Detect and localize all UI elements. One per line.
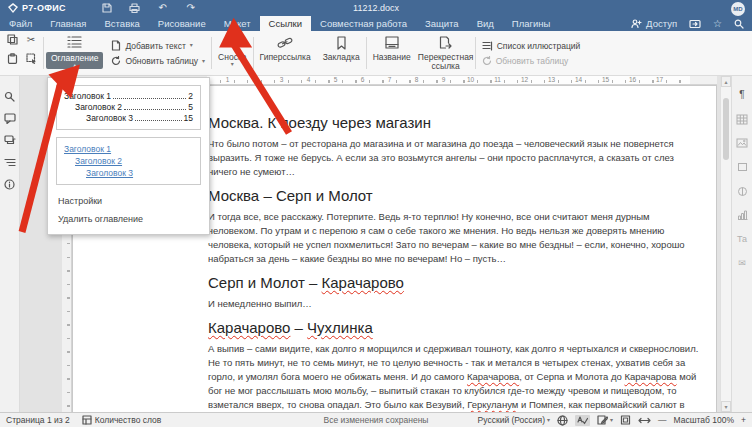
- shape-settings-button[interactable]: [735, 160, 750, 174]
- text-run: Карачарова: [624, 371, 676, 382]
- favorites-star-icon[interactable]: ☆: [713, 19, 722, 29]
- text-run: Карачарово: [322, 274, 404, 291]
- search-icon[interactable]: [734, 19, 744, 29]
- language-selector[interactable]: Русский (Россия) ▾: [478, 415, 550, 425]
- open-location-icon[interactable]: [689, 19, 701, 29]
- add-text-icon: [111, 40, 121, 51]
- ruler-number: 6: [349, 76, 376, 84]
- table-settings-button[interactable]: [735, 112, 750, 126]
- left-sidebar: [0, 76, 20, 412]
- zoom-out-button[interactable]: —: [658, 415, 667, 425]
- tab-file[interactable]: Файл: [0, 16, 41, 31]
- image-settings-button[interactable]: [735, 136, 750, 150]
- word-count-button[interactable]: Количество слов: [76, 415, 168, 425]
- zoom-in-button[interactable]: +: [741, 415, 746, 425]
- chart-settings-button[interactable]: [735, 208, 750, 222]
- toc-preview-page: 2: [188, 91, 193, 101]
- update-figures-table-button: Обновить таблицу: [482, 56, 581, 66]
- tab-plugins[interactable]: Плагины: [503, 16, 560, 31]
- toc-style-option-classic[interactable]: Заголовок 1 2 Заголовок 2 5 Заголовок 3 …: [56, 85, 201, 130]
- ruler-number: 15: [592, 76, 619, 84]
- vertical-scrollbar[interactable]: ▴ ▾: [720, 76, 731, 412]
- toc-preview-link: Заголовок 3: [86, 168, 133, 178]
- undo-button[interactable]: ↶: [156, 2, 170, 14]
- update-toc-button[interactable]: Обновить таблицу ▾: [111, 56, 205, 66]
- toc-remove-menu-item[interactable]: Удалить оглавление: [48, 210, 209, 228]
- image-icon: [736, 138, 748, 148]
- headerfooter-icon: [737, 186, 748, 197]
- scrollbar-thumb[interactable]: [723, 98, 729, 160]
- chevron-down-icon: ▾: [202, 59, 205, 64]
- track-changes-button[interactable]: ▾: [597, 415, 613, 425]
- page-indicator[interactable]: Страница 1 из 2: [0, 415, 76, 425]
- navigation-button[interactable]: [3, 156, 17, 169]
- select-button[interactable]: [23, 53, 39, 64]
- zoom-level[interactable]: Масштаб 100%: [674, 415, 734, 425]
- tab-layout[interactable]: Макет: [215, 16, 260, 31]
- tab-collaboration[interactable]: Совместная работа: [311, 16, 416, 31]
- redo-button[interactable]: ↷: [184, 2, 198, 14]
- bookmark-button[interactable]: Закладка: [317, 31, 366, 75]
- about-button[interactable]: [3, 178, 17, 191]
- doc-paragraph-2: И тогда все, все расскажу. Потерпите. Ве…: [208, 210, 699, 266]
- tab-protection[interactable]: Защита: [416, 16, 468, 31]
- scroll-down-button[interactable]: ▾: [721, 401, 731, 412]
- fit-width-icon[interactable]: [638, 416, 651, 425]
- cut-button[interactable]: ✂: [23, 34, 39, 45]
- toc-settings-menu-item[interactable]: Настройки: [48, 192, 209, 210]
- ruler-number: 14: [565, 76, 592, 84]
- figures-list-icon: [482, 41, 493, 51]
- scissors-icon: ✂: [27, 34, 35, 45]
- add-text-button[interactable]: Добавить текст ▾: [111, 40, 205, 51]
- cross-reference-button[interactable]: Перекрестная ссылка: [417, 31, 475, 75]
- footnote-icon: AB¹: [223, 34, 243, 51]
- tab-view[interactable]: Вид: [468, 16, 503, 31]
- text-run: Серп и Молот –: [208, 274, 322, 291]
- envelope-icon: ✉: [738, 259, 746, 268]
- shape-icon: [737, 162, 748, 172]
- comment-icon: [4, 113, 16, 124]
- tab-references[interactable]: Ссылки: [260, 16, 311, 31]
- refresh-icon: [111, 56, 121, 66]
- doc-paragraph-3: И немедленно выпил…: [208, 297, 699, 311]
- table-of-contents-button[interactable]: Оглавление ▴: [46, 33, 103, 75]
- paste-button[interactable]: [4, 53, 20, 64]
- ruler-number: 17: [646, 76, 673, 84]
- fit-page-icon[interactable]: [620, 415, 631, 425]
- ruler-number: 8: [403, 76, 430, 84]
- textart-settings-button[interactable]: Та: [735, 232, 750, 246]
- toc-style-option-links[interactable]: Заголовок 1 Заголовок 2 Заголовок 3: [56, 137, 201, 185]
- spellcheck-toggle[interactable]: [575, 415, 590, 426]
- access-button[interactable]: Доступ: [631, 18, 677, 29]
- ruler-number: 10: [457, 76, 484, 84]
- figures-list-button[interactable]: Список иллюстраций: [482, 41, 581, 51]
- chevron-up-icon: ▴: [73, 63, 76, 68]
- ruler-number: 1: [214, 76, 241, 84]
- paragraph-settings-button[interactable]: ¶: [735, 88, 750, 102]
- comments-button[interactable]: [3, 112, 17, 125]
- footnote-button[interactable]: AB¹ Сноска ▾: [212, 31, 252, 75]
- toc-preview-link: Заголовок 2: [75, 156, 122, 166]
- find-button[interactable]: [3, 90, 17, 103]
- save-button[interactable]: [100, 2, 114, 14]
- brand-logo-icon: [8, 3, 18, 13]
- print-button[interactable]: [128, 2, 142, 14]
- ruler-number: 16: [619, 76, 646, 84]
- undo-icon: ↶: [159, 3, 167, 13]
- table-icon: [736, 114, 748, 125]
- text-run: И тогда все, все расскажу. Потерпите. Ве…: [208, 211, 685, 264]
- hyperlink-button[interactable]: Гиперссылка: [254, 31, 317, 75]
- copy-button[interactable]: [4, 34, 20, 45]
- ruler-number: 13: [538, 76, 565, 84]
- tab-insert[interactable]: Вставка: [96, 16, 149, 31]
- set-language-globe-icon[interactable]: [557, 415, 568, 426]
- person-icon: [631, 19, 642, 28]
- user-avatar[interactable]: MD: [731, 2, 745, 16]
- headerfooter-settings-button[interactable]: [735, 184, 750, 198]
- mailmerge-button[interactable]: ✉: [735, 256, 750, 270]
- chat-button[interactable]: [3, 134, 17, 147]
- tab-draw[interactable]: Рисование: [149, 16, 215, 31]
- caption-button[interactable]: Название: [367, 31, 417, 75]
- tab-home[interactable]: Главная: [41, 16, 95, 31]
- scroll-up-button[interactable]: ▴: [721, 76, 731, 87]
